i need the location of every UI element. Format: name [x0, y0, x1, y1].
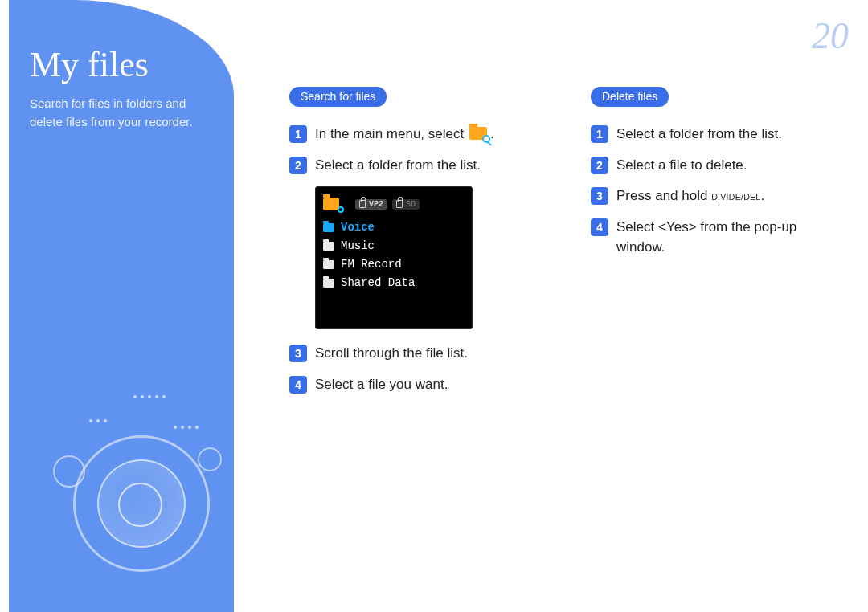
delete-step-2: 2 Select a file to delete. [591, 156, 844, 176]
step-number-icon: 4 [591, 218, 608, 236]
step-text: Select a folder from the list. [616, 124, 844, 145]
tab-label: VP2 [369, 200, 383, 209]
manual-page: My files Search for files in folders and… [0, 0, 868, 612]
delete-step-3: 3 Press and hold DIVIDE/DEL. [591, 186, 844, 206]
device-tab-sd: SD [392, 199, 420, 210]
page-number: 20 [812, 14, 849, 57]
page-subtitle: Search for files in folders and delete f… [30, 95, 199, 131]
column-delete: Delete files 1 Select a folder from the … [591, 87, 844, 406]
step-number-icon: 3 [289, 345, 307, 362]
step-number-icon: 4 [289, 376, 307, 394]
search-step-4: 4 Select a file you want. [289, 375, 542, 395]
search-step-1: 1 In the main menu, select . [289, 124, 542, 145]
step-text-tail: . [490, 126, 494, 141]
list-item: FM Record [323, 255, 465, 274]
step-number-icon: 3 [591, 187, 608, 205]
step-text-tail: . [761, 188, 765, 203]
step-text: Select <Yes> from the pop-up window. [616, 218, 844, 257]
content-area: Search for files 1 In the main menu, sel… [289, 87, 844, 406]
device-screenshot: VP2 SD Voice Music FM Record Shared Data [315, 186, 473, 329]
step-text: Scroll through the file list. [315, 344, 542, 364]
folder-icon [323, 242, 334, 251]
lock-icon [396, 200, 403, 208]
step-number-icon: 1 [591, 125, 608, 143]
heading-search-for-files: Search for files [289, 87, 387, 107]
page-title: My files [30, 47, 210, 84]
column-search: Search for files 1 In the main menu, sel… [289, 87, 542, 406]
step-number-icon: 2 [289, 157, 307, 174]
list-item: Music [323, 237, 465, 255]
list-item: Shared Data [323, 274, 465, 292]
step-number-icon: 1 [289, 125, 307, 143]
delete-step-4: 4 Select <Yes> from the pop-up window. [591, 218, 844, 257]
step-text: Select a folder from the list. [315, 156, 542, 176]
list-item-label: Voice [341, 221, 375, 234]
magnifier-icon [338, 206, 344, 213]
folder-icon [323, 260, 334, 269]
delete-step-1: 1 Select a folder from the list. [591, 124, 844, 145]
folder-icon [323, 198, 339, 210]
heading-delete-files: Delete files [591, 87, 669, 107]
step-text: Select a file to delete. [616, 156, 844, 176]
search-step-2: 2 Select a folder from the list. [289, 156, 542, 176]
sidebar-panel: My files Search for files in folders and… [9, 0, 234, 612]
list-item-label: Music [341, 239, 375, 252]
search-step-3: 3 Scroll through the file list. [289, 344, 542, 364]
list-item: Voice [323, 218, 465, 237]
folder-icon [323, 279, 334, 288]
decorative-circles [57, 395, 226, 580]
tab-label: SD [406, 200, 416, 209]
device-header: VP2 SD [323, 193, 465, 215]
step-number-icon: 2 [591, 157, 608, 174]
step-text: Select a file you want. [315, 375, 542, 395]
device-tab-internal: VP2 [355, 199, 387, 210]
lock-icon [359, 200, 366, 208]
list-item-label: FM Record [341, 258, 402, 271]
device-folder-list: Voice Music FM Record Shared Data [323, 218, 465, 292]
list-item-label: Shared Data [341, 276, 415, 289]
step-text: Press and hold [616, 188, 711, 203]
step-text: In the main menu, select [315, 126, 468, 141]
keycap-divide-del: DIVIDE/DEL [711, 192, 760, 202]
folder-icon [323, 223, 334, 232]
my-files-folder-search-icon [469, 125, 489, 141]
